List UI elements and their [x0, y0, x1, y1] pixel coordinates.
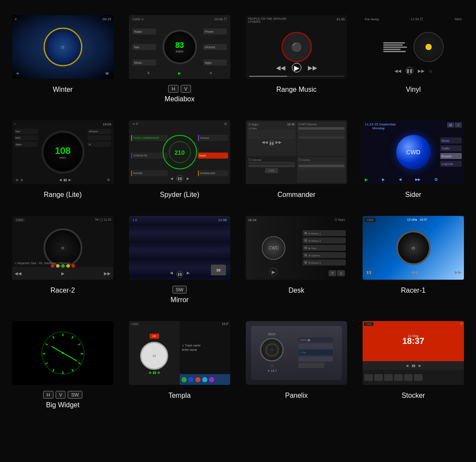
- list-item[interactable]: H V SW Big Widget: [4, 315, 121, 420]
- list-item[interactable]: ☀ 6° ☷ TOTAL COMMANDER CONTACTS PHONE nF…: [121, 114, 238, 209]
- rangelite-thumbnail[interactable]: 19:09 • Nav NAV Apps nForest A 108 KM/H: [12, 120, 113, 184]
- list-item[interactable]: CWD ☷ 18:37 13 May ◀ ▮▮ ▶: [355, 315, 472, 420]
- btn-h[interactable]: H: [168, 85, 178, 93]
- btn-sw[interactable]: SW: [68, 391, 82, 399]
- commander-thumbnail[interactable]: ☷ Apps 18:36 13 May ◀◀ ▮▮ ▶▶ ☷ API: [246, 120, 347, 184]
- list-item[interactable]: 19:09 • Nav NAV Apps nForest A 108 KM/H: [4, 114, 121, 209]
- rangelite-label: Range (Lite): [44, 191, 81, 199]
- list-item[interactable]: 1.6 11:08 38 ◀ ▮▮ ▶ SW Mirror: [121, 209, 238, 315]
- rangemusic-label: Range Music: [276, 86, 316, 94]
- list-item[interactable]: CWD 4 10:08 ☷ Radio Nav Music Phone nFor…: [121, 9, 238, 114]
- sider-thumbnail[interactable]: 11:15 25 September Monday M T Music Traf…: [363, 120, 464, 184]
- btn-v[interactable]: V: [56, 391, 66, 399]
- stocker-label: Stocker: [401, 392, 425, 400]
- mirror-label: Mirror: [171, 296, 189, 304]
- btn-h[interactable]: H: [43, 391, 53, 399]
- winter-label: Winter: [53, 86, 72, 94]
- theme-grid: ◷ ♬ 00:15 ⇆ ☎ Winter CWD 4 10:08 ☷ Radio: [0, 0, 476, 428]
- mediabox-label: Mediabox: [165, 95, 194, 103]
- list-item[interactable]: 18:34 ☷ Apps CWD ⚙ Button 1 ⚙ Button: [238, 209, 355, 315]
- bigwidget-label: Big Widget: [46, 401, 79, 409]
- desk-label: Desk: [288, 287, 304, 294]
- rangemusic-thumbnail[interactable]: 11:31 PEOPLE ON THE GROUNDOTHERS ⚫ ◀◀ ▶ …: [246, 15, 347, 79]
- sider-label: Sider: [405, 191, 421, 199]
- list-item[interactable]: CWD 5▾ ◯ 11:23 ◀◀ ▶ ▶▶ ♫ Alejandro Star …: [4, 209, 121, 315]
- templa-thumbnail[interactable]: 0/0 12 ▶ ▮▮ ◀ ♬ Track nameArtist name: [129, 321, 230, 385]
- panelix-thumbnail[interactable]: 09:57 ○ ☀ 14.7 100% ▮▮: [246, 321, 347, 385]
- commander-label: Commander: [277, 191, 315, 199]
- list-item[interactable]: ◷ ♬ 00:15 ⇆ ☎ Winter: [4, 9, 121, 114]
- panelix-label: Panelix: [285, 392, 307, 400]
- btn-sw[interactable]: SW: [172, 286, 187, 293]
- mirror-thumbnail[interactable]: 1.6 11:08 38 ◀ ▮▮ ▶: [129, 216, 230, 280]
- mediabox-buttons: H V: [168, 85, 191, 93]
- mediabox-thumbnail[interactable]: CWD 4 10:08 ☷ Radio Nav Music Phone nFor…: [129, 15, 230, 79]
- racer1-label: Racer-1: [401, 287, 426, 294]
- racer1-thumbnail[interactable]: CWD 13 okt● 18:37 ☷ ○ ▮▮ ◀◀ ▶▶: [363, 216, 464, 280]
- list-item[interactable]: 11:15 25 September Monday M T Music Traf…: [355, 114, 472, 209]
- bigwidget-buttons: H V SW: [43, 391, 82, 399]
- vinyl-thumbnail[interactable]: Far Away 11:54 ☷ MK2 ◀◀ ▮▮ ▶▶ ♫: [363, 15, 464, 79]
- racer2-thumbnail[interactable]: CWD 5▾ ◯ 11:23 ◀◀ ▶ ▶▶ ♫ Alejandro Star …: [12, 216, 113, 280]
- mirror-buttons: SW: [172, 286, 187, 293]
- bigwidget-thumbnail[interactable]: [12, 321, 113, 385]
- list-item[interactable]: 0/0 12 ▶ ▮▮ ◀ ♬ Track nameArtist name: [121, 315, 238, 420]
- list-item[interactable]: ☷ Apps 18:36 13 May ◀◀ ▮▮ ▶▶ ☷ API: [238, 114, 355, 209]
- list-item[interactable]: CWD 13 okt● 18:37 ☷ ○ ▮▮ ◀◀ ▶▶ Racer-1: [355, 209, 472, 315]
- list-item[interactable]: 09:57 ○ ☀ 14.7 100% ▮▮: [238, 315, 355, 420]
- templa-label: Templa: [169, 392, 191, 400]
- list-item[interactable]: 11:31 PEOPLE ON THE GROUNDOTHERS ⚫ ◀◀ ▶ …: [238, 9, 355, 114]
- racer2-label: Racer-2: [50, 287, 75, 294]
- btn-v[interactable]: V: [181, 85, 191, 93]
- desk-thumbnail[interactable]: 18:34 ☷ Apps CWD ⚙ Button 1 ⚙ Button: [246, 216, 347, 280]
- spyder-label: Spyder (Lite): [160, 191, 200, 199]
- spyder-thumbnail[interactable]: ☀ 6° ☷ TOTAL COMMANDER CONTACTS PHONE nF…: [129, 120, 230, 184]
- list-item[interactable]: Far Away 11:54 ☷ MK2 ◀◀ ▮▮ ▶▶ ♫: [355, 9, 472, 114]
- winter-thumbnail[interactable]: ◷ ♬ 00:15 ⇆ ☎: [12, 15, 113, 79]
- vinyl-label: Vinyl: [406, 86, 420, 94]
- stocker-thumbnail[interactable]: CWD ☷ 18:37 13 May ◀ ▮▮ ▶: [363, 321, 464, 385]
